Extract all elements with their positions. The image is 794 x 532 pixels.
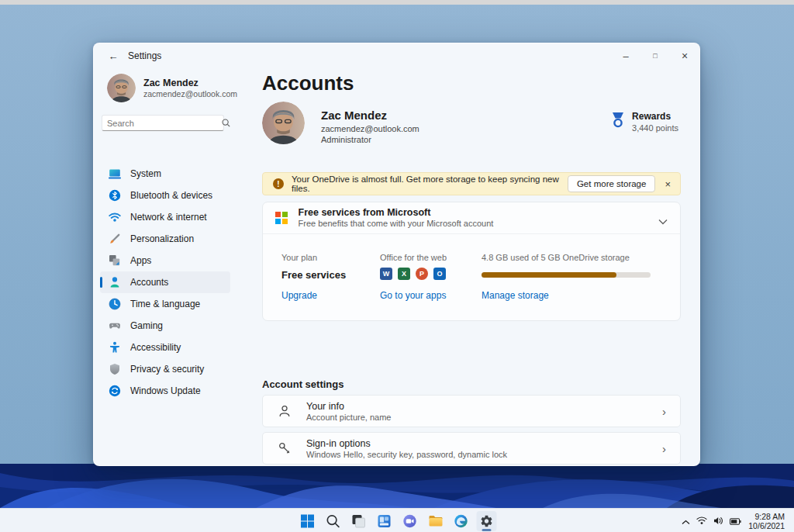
row-subtitle: Windows Hello, security key, password, d… [306,450,507,460]
chevron-down-icon[interactable] [658,214,668,228]
maximize-button[interactable]: □ [640,43,670,68]
titlebar[interactable]: ← Settings – □ × [94,43,699,68]
clock-time: 9:28 AM [748,512,785,521]
sidebar-item-label: System [130,168,161,179]
file-explorer-icon[interactable] [426,511,446,531]
start-button[interactable] [298,511,318,531]
banner-close-icon[interactable]: × [663,178,680,190]
taskbar-search-icon[interactable] [323,511,343,531]
upgrade-link[interactable]: Upgrade [281,290,317,301]
rewards-block[interactable]: Rewards 3,440 points [611,111,678,133]
sidebar-item-network-internet[interactable]: Network & internet [100,206,230,228]
chevron-right-icon: › [662,405,680,418]
sidebar-item-label: Bluetooth & devices [130,190,212,201]
gamepad-icon [109,320,121,332]
sidebar-item-label: Personalization [130,233,194,244]
sidebar-item-time-language[interactable]: Time & language [100,293,230,315]
get-more-storage-button[interactable]: Get more storage [568,175,655,192]
shield-icon [109,363,121,375]
rewards-medal-icon [611,112,625,133]
outlook-icon: O [433,268,446,280]
sidebar: Zac Mendez zacmendez@outlook.com System [94,68,261,465]
clock-date: 10/6/2021 [748,521,785,530]
free-services-header[interactable]: Free services from Microsoft Free benefi… [263,202,680,234]
sidebar-profile-text: Zac Mendez zacmendez@outlook.com [143,78,237,99]
powerpoint-icon: P [416,268,428,280]
sidebar-item-label: Privacy & security [130,364,204,375]
row-title: Your info [306,400,391,413]
card-subtitle: Free benefits that come with your Micros… [299,219,494,229]
storage-progress-bar [482,272,651,278]
tray-battery-icon[interactable] [730,514,741,528]
accounts-icon [109,276,121,288]
sidebar-item-label: Gaming [130,320,163,331]
search-box[interactable] [102,115,224,131]
task-view-icon[interactable] [349,511,369,531]
sidebar-item-label: Time & language [130,299,200,309]
brush-icon [109,233,121,245]
section-title: Account settings [262,378,343,390]
avatar [262,102,305,144]
sidebar-item-label: Apps [130,255,151,266]
minimize-button[interactable]: – [611,43,640,68]
sidebar-item-privacy-security[interactable]: Privacy & security [100,358,230,380]
sidebar-item-system[interactable]: System [100,163,230,185]
system-icon [109,168,121,180]
sidebar-item-label: Accounts [130,277,168,288]
sidebar-item-accounts[interactable]: Accounts [100,271,230,293]
tray-wifi-icon[interactable] [696,514,707,528]
free-services-card: Free services from Microsoft Free benefi… [262,202,681,321]
windows-update-icon [109,385,121,397]
system-tray: 9:28 AM 10/6/2021 [682,509,794,532]
manage-storage-link[interactable]: Manage storage [482,290,549,301]
onedrive-warning-banner: ! Your OneDrive is almost full. Get more… [262,172,681,195]
your-info-row[interactable]: Your info Account picture, name › [262,395,681,427]
account-name: Zac Mendez [321,109,387,122]
sidebar-nav: System Bluetooth & devices Network & int… [100,163,230,402]
apps-icon [109,254,121,267]
chevron-up-icon[interactable] [682,514,690,528]
sidebar-profile-email: zacmendez@outlook.com [143,89,237,99]
tray-icons [682,514,741,528]
account-email: zacmendez@outlook.com [321,124,419,133]
warning-icon: ! [273,178,284,189]
office-app-icons: W X P O [380,268,446,280]
window-controls: – □ × [611,43,699,68]
settings-taskbar-icon[interactable] [477,511,497,531]
sidebar-item-bluetooth-devices[interactable]: Bluetooth & devices [100,185,230,206]
taskbar-center-icons [298,509,497,532]
chat-icon[interactable] [400,511,420,531]
row-text: Sign-in options Windows Hello, security … [306,437,507,460]
card-title: Free services from Microsoft [299,207,494,219]
taskbar-clock[interactable]: 9:28 AM 10/6/2021 [748,512,785,530]
sidebar-item-personalization[interactable]: Personalization [100,228,230,250]
sidebar-item-gaming[interactable]: Gaming [100,315,230,337]
sidebar-item-label: Accessibility [130,342,181,353]
key-icon [277,440,292,456]
sign-in-options-row[interactable]: Sign-in options Windows Hello, security … [262,432,681,465]
banner-message: Your OneDrive is almost full. Get more s… [292,174,568,193]
sidebar-profile[interactable]: Zac Mendez zacmendez@outlook.com [107,74,237,102]
go-to-apps-link[interactable]: Go to your apps [380,290,446,301]
widgets-icon[interactable] [375,511,395,531]
sidebar-item-apps[interactable]: Apps [100,250,230,271]
search-input[interactable] [102,119,222,128]
settings-window: ← Settings – □ × [93,43,700,466]
word-icon: W [380,268,392,280]
account-header: Zac Mendez zacmendez@outlook.com Adminis… [262,102,681,145]
close-button[interactable]: × [670,43,699,68]
bluetooth-icon [109,189,121,202]
excel-icon: X [398,268,410,280]
edge-icon[interactable] [451,511,471,531]
main-content: Accounts Zac Mendez zacmendez@ou [261,68,699,465]
sidebar-item-label: Windows Update [130,385,201,396]
tray-volume-icon[interactable] [713,514,723,528]
screen-top-strip [0,0,794,5]
wifi-icon [109,211,121,223]
sidebar-item-accessibility[interactable]: Accessibility [100,337,230,358]
rewards-text: Rewards 3,440 points [632,111,678,133]
microsoft-logo-icon [275,212,288,224]
row-subtitle: Account picture, name [306,413,391,423]
back-button[interactable]: ← [104,48,123,64]
sidebar-item-windows-update[interactable]: Windows Update [100,380,230,402]
